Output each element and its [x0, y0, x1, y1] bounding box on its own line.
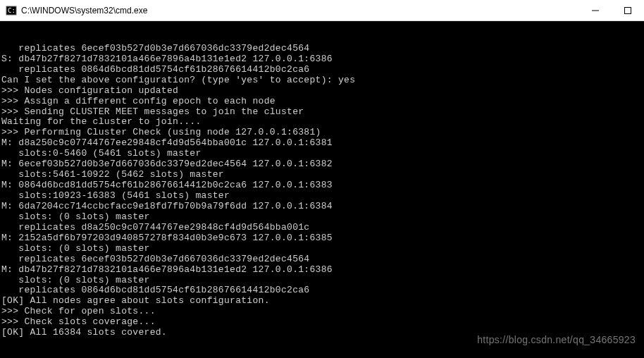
terminal-line: >>> Performing Cluster Check (using node…	[1, 128, 644, 138]
terminal-line: Waiting for the cluster to join....	[1, 117, 644, 128]
title-left: C: C:\WINDOWS\system32\cmd.exe	[6, 5, 147, 16]
terminal-line: slots:10923-16383 (5461 slots) master	[1, 191, 644, 202]
svg-rect-3	[625, 7, 631, 13]
terminal-line: >>> Sending CLUSTER MEET messages to joi…	[1, 107, 644, 118]
cmd-icon: C:	[6, 5, 17, 16]
terminal-line: >>> Check slots coverage...	[1, 317, 644, 328]
terminal-line: replicates d8a250c9c07744767ee29848cf4d9…	[1, 223, 644, 233]
maximize-button[interactable]	[612, 0, 644, 21]
terminal-line: slots:5461-10922 (5462 slots) master	[1, 170, 644, 180]
terminal-line: M: 6ecef03b527d0b3e7d667036dc3379ed2dec4…	[1, 159, 644, 170]
terminal-line: replicates 6ecef03b527d0b3e7d667036dc337…	[1, 254, 644, 265]
terminal-line: Can I set the above configuration? (type…	[1, 75, 644, 86]
window-title: C:\WINDOWS\system32\cmd.exe	[21, 6, 147, 16]
terminal-line: >>> Assign a different config epoch to e…	[1, 97, 644, 107]
terminal-line: M: 6da7204cc714ccbcfacc9e18fd7fb70b9a79f…	[1, 202, 644, 212]
terminal-line: slots: (0 slots) master	[1, 276, 644, 286]
terminal-line: S: db47b27f8271d7832101a466e7896a4b131e1…	[1, 54, 644, 65]
terminal-output[interactable]: replicates 6ecef03b527d0b3e7d667036dc337…	[0, 21, 644, 358]
svg-text:C:: C:	[8, 7, 16, 14]
watermark: https://blog.csdn.net/qq_34665923	[477, 334, 636, 345]
terminal-lines: replicates 6ecef03b527d0b3e7d667036dc337…	[1, 44, 644, 338]
minimize-button[interactable]	[579, 0, 612, 21]
terminal-line: replicates 0864d6bcd81dd5754cf61b2867661…	[1, 285, 644, 296]
terminal-line: M: 0864d6bcd81dd5754cf61b28676614412b0c2…	[1, 180, 644, 191]
terminal-line: slots: (0 slots) master	[1, 212, 644, 223]
terminal-line: slots: (0 slots) master	[1, 244, 644, 254]
terminal-line: M: db47b27f8271d7832101a466e7896a4b131e1…	[1, 265, 644, 276]
terminal-line: >>> Nodes configuration updated	[1, 86, 644, 97]
terminal-line: [OK] All nodes agree about slots configu…	[1, 296, 644, 307]
window-controls	[579, 0, 644, 21]
terminal-line: replicates 6ecef03b527d0b3e7d667036dc337…	[1, 44, 644, 54]
terminal-line: >>> Check for open slots...	[1, 307, 644, 317]
terminal-line: M: 2152a5df6b797203d940857278f834d0b3e9c…	[1, 233, 644, 244]
window-title-bar: C: C:\WINDOWS\system32\cmd.exe	[0, 0, 644, 21]
terminal-line: slots:0-5460 (5461 slots) master	[1, 149, 644, 159]
terminal-line: replicates 0864d6bcd81dd5754cf61b2867661…	[1, 65, 644, 75]
terminal-line: M: d8a250c9c07744767ee29848cf4d9d564bba0…	[1, 138, 644, 149]
